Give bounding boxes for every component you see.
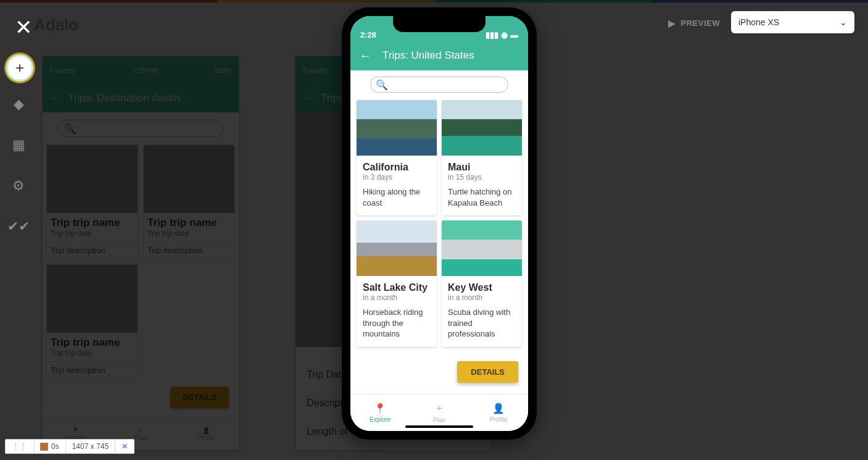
trip-photo xyxy=(357,220,437,276)
trip-card[interactable]: Salt Lake City in a month Horseback ridi… xyxy=(357,220,437,347)
trip-date: in a month xyxy=(442,293,522,307)
trip-name: California xyxy=(357,156,437,173)
trip-desc: Hiking along the coast xyxy=(357,186,437,215)
trip-grid: California in 3 days Hiking along the co… xyxy=(350,100,528,347)
wifi-icon: ◉ xyxy=(501,30,508,40)
settings-icon[interactable]: ⚙ xyxy=(12,178,25,194)
trip-desc: Scuba diving with trained professionals xyxy=(442,307,522,347)
trip-name: Salt Lake City xyxy=(357,276,437,293)
elapsed-time: 0s xyxy=(51,442,59,451)
app-bar: ← Trips: United States xyxy=(350,41,528,70)
viewport-dimensions: 868 x 460 xyxy=(72,442,109,451)
play-icon xyxy=(668,20,676,28)
plus-icon: + xyxy=(15,59,24,77)
add-button[interactable]: + xyxy=(6,54,33,82)
signal-icon: ▮▮▮ xyxy=(486,30,498,40)
close-icon[interactable]: ✕ xyxy=(122,442,128,451)
explore-icon: 📍 xyxy=(374,403,386,414)
tab-explore[interactable]: 📍 Explore xyxy=(350,395,410,431)
profile-icon: 👤 xyxy=(492,403,505,414)
search-icon: 🔍 xyxy=(376,79,388,91)
page-title: Trips: United States xyxy=(382,49,474,62)
clock-label: 2:28 xyxy=(360,30,376,40)
trip-card[interactable]: Key West in a month Scuba diving with tr… xyxy=(442,220,522,347)
trip-photo xyxy=(357,100,437,156)
device-screen: 2:28 ▮▮▮ ◉ ▬ ← Trips: United States 🔍 Ca… xyxy=(350,16,528,431)
device-select[interactable]: iPhone XS ⌄ xyxy=(731,11,854,33)
chevron-down-icon: ⌄ xyxy=(840,17,847,27)
trip-card[interactable]: Maui in 15 days Turtle hatching on Kapal… xyxy=(442,100,522,215)
trip-photo xyxy=(442,220,522,276)
tab-label: Profile xyxy=(490,416,507,423)
trip-date: in a month xyxy=(357,293,437,307)
device-notch xyxy=(393,16,486,32)
trip-card[interactable]: California in 3 days Hiking along the co… xyxy=(357,100,437,215)
publish-icon[interactable]: ✔✔ xyxy=(7,219,30,235)
layers-icon[interactable]: ◆ xyxy=(14,96,24,112)
home-indicator xyxy=(405,425,473,428)
preview-text: PREVIEW xyxy=(681,19,720,28)
trip-desc: Turtle hatching on Kapalua Beach xyxy=(442,186,522,215)
grid-icon[interactable]: ▦ xyxy=(12,137,25,153)
devtools-strip[interactable]: ⋮⋮ 0s 868 x 460 ✕ xyxy=(5,439,134,454)
back-arrow-icon[interactable]: ← xyxy=(359,49,371,63)
device-select-value: iPhone XS xyxy=(738,17,779,27)
recording-icon xyxy=(41,443,48,450)
preview-label[interactable]: PREVIEW xyxy=(668,19,720,28)
plan-icon: ＋ xyxy=(434,402,444,415)
trip-name: Key West xyxy=(442,276,522,293)
device-frame: 2:28 ▮▮▮ ◉ ▬ ← Trips: United States 🔍 Ca… xyxy=(342,7,537,440)
brand-logo: Adalo xyxy=(34,15,78,35)
drag-handle-icon[interactable]: ⋮⋮ xyxy=(12,442,28,451)
trip-photo xyxy=(442,100,522,156)
tab-label: Plan xyxy=(433,417,445,424)
trip-name: Maui xyxy=(442,156,522,173)
trip-desc: Horseback riding through the mountains xyxy=(357,307,437,347)
trip-date: in 3 days xyxy=(357,173,437,186)
details-button[interactable]: DETAILS xyxy=(457,361,518,383)
search-input[interactable]: 🔍 xyxy=(370,77,509,93)
battery-icon: ▬ xyxy=(510,30,518,40)
close-icon[interactable]: ✕ xyxy=(15,15,32,40)
trip-date: in 15 days xyxy=(442,173,522,186)
tab-profile[interactable]: 👤 Profile xyxy=(469,395,528,431)
tab-label: Explore xyxy=(370,416,391,423)
